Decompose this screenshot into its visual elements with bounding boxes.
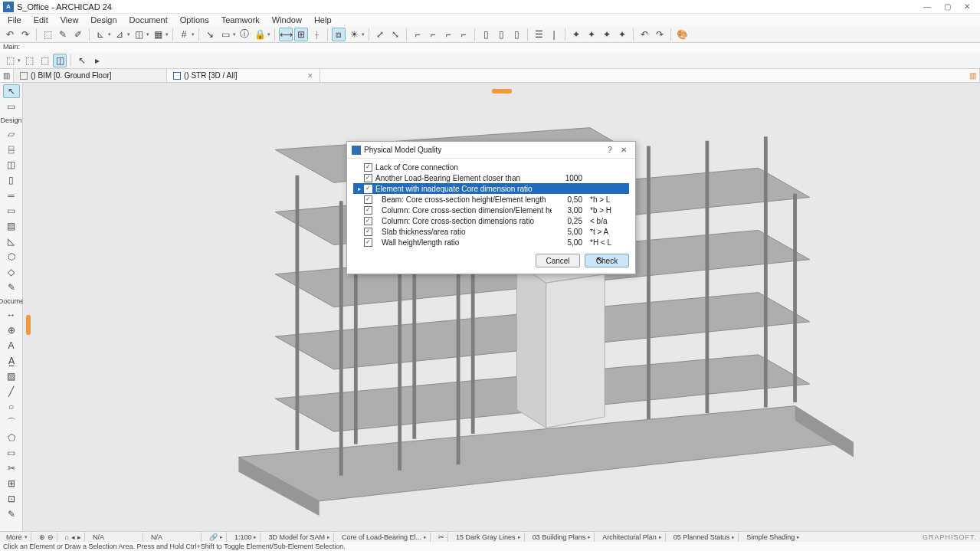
dialog-row[interactable]: ✓Wall height/length ratio5,00*H < L (353, 237, 629, 248)
shading-name[interactable]: Simple Shading (746, 533, 795, 541)
arc-tool[interactable]: ⌒ (3, 415, 20, 429)
tool-dim1[interactable]: ⤢ (373, 28, 387, 41)
tool-nav2[interactable]: ✦ (569, 28, 583, 41)
arch-name[interactable]: Architectural Plan (602, 533, 657, 541)
checkbox-icon[interactable]: ✓ (364, 185, 372, 193)
tool-palette[interactable]: 🎨 (675, 28, 689, 41)
dialog-row[interactable]: ✓Beam: Core cross-section height/Element… (353, 194, 629, 205)
dialog-row[interactable]: ▸✓Element with inadequate Core dimension… (353, 183, 629, 194)
menu-window[interactable]: Window (266, 15, 308, 25)
dialog-titlebar[interactable]: Physical Model Quality ? ✕ (347, 142, 635, 159)
checkbox-icon[interactable]: ✓ (364, 228, 372, 236)
dialog-row[interactable]: ✓Slab thickness/area ratio5,00*t > A (353, 226, 629, 237)
planned-name[interactable]: 05 Planned Status (674, 533, 730, 541)
roof-tool[interactable]: ◺ (3, 235, 20, 248)
window-tool[interactable]: ◫ (3, 158, 20, 172)
viewport-handle-top[interactable] (492, 89, 512, 93)
tool-3d[interactable]: ⧈ (332, 28, 346, 41)
grid-button[interactable]: # (177, 28, 191, 41)
tool-back[interactable]: ↶ (637, 28, 651, 41)
tool-corner2[interactable]: ⌐ (426, 28, 440, 41)
tab-ground-floor[interactable]: () BIM [0. Ground Floor] (14, 69, 167, 82)
menu-design[interactable]: Design (84, 15, 123, 25)
figure-tool[interactable]: ▭ (3, 446, 20, 460)
tool-measure1[interactable]: ⟷ (279, 28, 293, 41)
dim-tool[interactable]: ↔ (3, 308, 20, 322)
tab-3d[interactable]: () STR [3D / All] ✕ (167, 69, 320, 82)
wall-tool[interactable]: ▱ (3, 127, 20, 141)
tool-measure2[interactable]: ⊞ (294, 28, 308, 41)
curtain-tool[interactable]: ◇ (3, 265, 20, 279)
menu-edit[interactable]: Edit (28, 15, 54, 25)
zoom-out-icon[interactable]: ⊖ (48, 533, 54, 541)
nav-back-icon[interactable]: ◂ (71, 533, 75, 541)
sub-arrow[interactable]: ↖ (75, 54, 89, 67)
link-icon[interactable]: 🔗 (209, 533, 218, 541)
tab-close-button[interactable]: ✕ (307, 72, 313, 80)
tab-overflow-button[interactable]: ▥ (966, 69, 980, 82)
brush-button[interactable]: ✐ (71, 28, 85, 41)
filter-icon[interactable]: ✂ (438, 533, 444, 541)
more-label[interactable]: More (6, 533, 22, 541)
stair-tool[interactable]: ▤ (3, 219, 20, 233)
circle-tool[interactable]: ○ (3, 400, 20, 414)
sub-tool4[interactable]: ◫ (53, 54, 67, 67)
dialog-row[interactable]: ✓Column: Core cross-section dimension/El… (353, 205, 629, 215)
snap3-button[interactable]: ◫ (132, 28, 146, 41)
checkbox-icon[interactable]: ✓ (364, 238, 372, 247)
cancel-button[interactable]: Cancel (536, 254, 580, 267)
tool-nav5[interactable]: ✦ (615, 28, 629, 41)
fill-tool[interactable]: ▨ (3, 369, 20, 383)
tool-corner3[interactable]: ⌐ (441, 28, 455, 41)
arrow-tool[interactable]: ↖ (3, 84, 20, 98)
close-button[interactable]: ✕ (957, 1, 977, 13)
door-tool[interactable]: ⌸ (3, 143, 20, 156)
tool-nav3[interactable]: ✦ (585, 28, 598, 41)
tab-list-button[interactable]: ▥ (0, 69, 14, 82)
dialog-row[interactable]: ✓Lack of Core connection (353, 162, 629, 172)
shell-tool[interactable]: ⬡ (3, 250, 20, 264)
tool-info[interactable]: ⓘ (238, 28, 251, 41)
tool-align3[interactable]: ▯ (510, 28, 523, 41)
marquee-tool[interactable]: ▭ (3, 100, 20, 113)
snap1-button[interactable]: ⊾ (93, 28, 107, 41)
checkbox-icon[interactable]: ✓ (364, 206, 372, 215)
redo-button[interactable]: ↷ (18, 28, 32, 41)
check-button[interactable]: Check (585, 254, 629, 267)
checkbox-icon[interactable]: ✓ (364, 217, 372, 225)
worksheet-tool[interactable]: ✎ (3, 507, 20, 521)
scale[interactable]: 1:100 (234, 533, 252, 541)
tool-shape[interactable]: ▭ (218, 28, 232, 41)
tool-corner1[interactable]: ⌐ (411, 28, 424, 41)
snap4-button[interactable]: ▦ (151, 28, 165, 41)
menu-teamwork[interactable]: Teamwork (215, 15, 266, 25)
tool-lock[interactable]: 🔒 (253, 28, 267, 41)
label-tool[interactable]: A̲ (3, 354, 20, 368)
tool-list[interactable]: ☰ (532, 28, 546, 41)
morph-tool[interactable]: ✎ (3, 280, 20, 294)
sub-tool2[interactable]: ⬚ (22, 54, 36, 67)
tool-nav1[interactable]: ↘ (203, 28, 217, 41)
zoom-in-icon[interactable]: ⊕ (39, 533, 45, 541)
dialog-close-button[interactable]: ✕ (617, 146, 631, 154)
dialog-row[interactable]: ✓Column: Core cross-section dimensions r… (353, 215, 629, 226)
maximize-button[interactable]: ▢ (937, 1, 957, 13)
eyedropper-button[interactable]: ✎ (56, 28, 70, 41)
poly-tool[interactable]: ⬠ (3, 431, 20, 444)
menu-view[interactable]: View (54, 15, 85, 25)
tool-nav4[interactable]: ✦ (600, 28, 614, 41)
viewport-handle-left[interactable] (26, 315, 31, 335)
tool-sun[interactable]: ☀ (347, 28, 361, 41)
beam-tool[interactable]: ═ (3, 189, 20, 202)
undo-button[interactable]: ↶ (3, 28, 17, 41)
model-name[interactable]: 3D Model for SAM (268, 533, 325, 541)
menu-document[interactable]: Document (123, 15, 174, 25)
section-tool[interactable]: ✂ (3, 461, 20, 475)
checkbox-icon[interactable]: ✓ (364, 195, 372, 204)
tool-align1[interactable]: ▯ (479, 28, 493, 41)
plans-name[interactable]: 03 Building Plans (533, 533, 586, 541)
sub-tool1[interactable]: ⬚ (3, 54, 17, 67)
nav-fwd-icon[interactable]: ▸ (77, 533, 81, 541)
tool-line[interactable]: | (547, 28, 561, 41)
line-tool[interactable]: ╱ (3, 385, 20, 398)
